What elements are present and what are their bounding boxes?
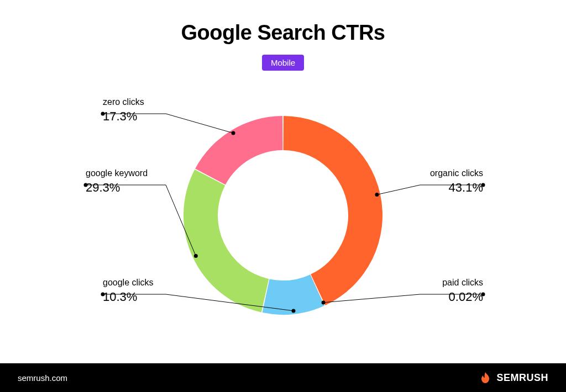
label-paid: paid clicks 0.02% [442,278,483,304]
donut-slice [195,116,282,185]
donut-slice [284,116,382,305]
leader-dot [194,254,198,258]
label-organic-value: 43.1% [430,181,483,195]
label-gkeyword: google keyword 29.3% [86,168,148,195]
footer-site-text: semrush.com [18,373,67,383]
label-zero-value: 17.3% [103,109,144,124]
leader-dot [291,309,295,312]
segment-badge: Mobile [262,55,304,71]
leader-dot [232,131,235,135]
label-gclicks-name: google clicks [103,278,154,288]
label-gclicks-value: 10.3% [103,290,154,304]
leader-dot [322,300,326,304]
chart-title: Google Search CTRs [0,21,566,45]
label-zero: zero clicks 17.3% [103,97,144,124]
label-paid-value: 0.02% [442,290,483,304]
label-organic: organic clicks 43.1% [430,168,483,195]
footer-bar: semrush.com SEMRUSH [0,363,566,392]
label-organic-name: organic clicks [430,168,483,178]
leader-line [86,185,196,256]
label-gkeyword-value: 29.3% [86,181,148,195]
leader-dot [375,193,379,197]
brand-name-text: SEMRUSH [496,372,548,384]
label-zero-name: zero clicks [103,97,144,107]
label-gclicks: google clicks 10.3% [103,278,154,304]
label-paid-name: paid clicks [442,278,483,288]
donut-slice [184,169,269,312]
brand-fire-icon [479,371,492,384]
label-gkeyword-name: google keyword [86,168,148,178]
brand-logo: SEMRUSH [479,371,548,384]
donut-chart: organic clicks 43.1% paid clicks 0.02% g… [0,77,566,353]
